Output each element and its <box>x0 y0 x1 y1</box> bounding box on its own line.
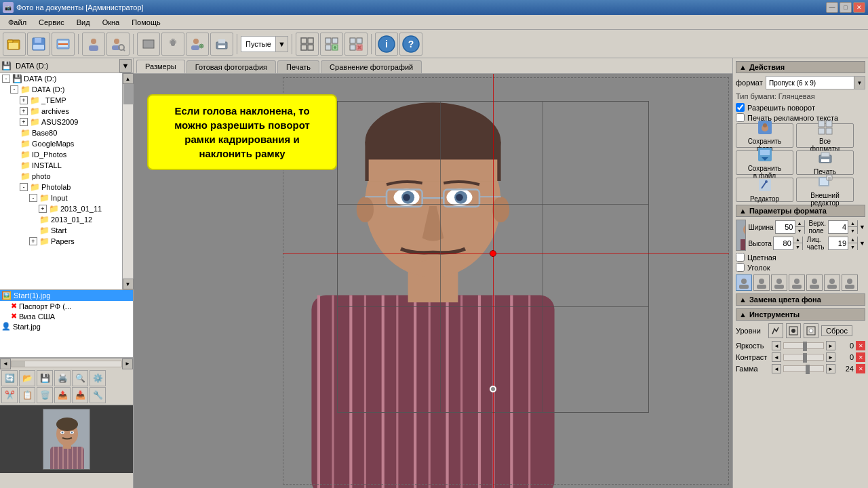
brightness-thumb[interactable] <box>803 342 807 351</box>
tree-item-papers[interactable]: + 📁 Papers <box>0 236 122 247</box>
ft-btn-refresh[interactable]: 🔄 <box>1 370 18 386</box>
face-spin-down[interactable]: ▼ <box>848 243 857 250</box>
toolbar-btn-settings[interactable] <box>161 33 184 56</box>
file-item-visa[interactable]: ✖ Виза США <box>0 311 133 321</box>
print-adtext-checkbox[interactable] <box>736 113 745 122</box>
ft-btn-download[interactable]: 📥 <box>72 387 88 403</box>
tree-vscrollbar[interactable]: ▲ ▼ <box>122 73 133 289</box>
corner-style-1[interactable] <box>736 274 752 291</box>
corner-style-5[interactable] <box>806 274 823 291</box>
tree-scroll-thumb[interactable] <box>123 84 133 104</box>
tree-item-idphotos[interactable]: 📁 ID_Photos <box>0 149 122 160</box>
tree-item-photo[interactable]: 📁 photo <box>0 171 122 182</box>
levels-select-tool[interactable] <box>768 323 783 338</box>
toolbar-btn-info[interactable]: i <box>375 33 398 56</box>
save-photo-btn[interactable]: Сохранитьфото <box>736 123 793 148</box>
brightness-reset[interactable]: ✕ <box>856 341 865 350</box>
tree-item-start[interactable]: 📁 Start <box>0 225 122 236</box>
toolbar-btn-user-settings[interactable] <box>186 33 209 56</box>
toolbar-btn-open[interactable] <box>3 33 26 56</box>
toolbar-btn-print-queue[interactable] <box>210 33 233 56</box>
toolbar-btn-search-person[interactable] <box>106 33 130 56</box>
hscroll-left[interactable]: ◄ <box>0 359 11 369</box>
editor-btn[interactable]: Редактор <box>736 178 793 202</box>
gamma-inc[interactable]: ► <box>826 364 835 373</box>
file-item-start[interactable]: 👤 Start.jpg <box>0 321 133 331</box>
colored-checkbox[interactable] <box>736 253 745 262</box>
gamma-thumb[interactable] <box>806 365 810 374</box>
levels-white-point[interactable] <box>804 323 818 338</box>
tree-item-2013-12[interactable]: 📁 2013_01_12 <box>0 214 122 225</box>
face-spin-up[interactable]: ▲ <box>848 237 857 243</box>
menu-file[interactable]: Файл <box>3 17 32 28</box>
gamma-track[interactable] <box>783 365 824 372</box>
ft-btn-print[interactable]: 🖨️ <box>54 370 71 386</box>
ft-btn-cut[interactable]: ✂️ <box>1 387 18 403</box>
contrast-dec[interactable]: ◄ <box>772 352 781 362</box>
format-dropdown-arrow[interactable]: ▼ <box>854 77 865 89</box>
tree-toggle-papers[interactable]: + <box>29 237 37 245</box>
corner-style-3[interactable] <box>771 274 787 291</box>
top-field-spin-up[interactable]: ▲ <box>848 220 857 227</box>
tree-toggle-root[interactable]: - <box>2 75 10 83</box>
tree-item-2013-11[interactable]: + 📁 2013_01_11 <box>0 203 122 214</box>
tab-print[interactable]: Печать <box>277 60 319 73</box>
tree-scroll-down[interactable]: ▼ <box>123 279 134 289</box>
save-to-file-btn[interactable]: Сохранитьв файл <box>736 150 793 175</box>
format-dropdown[interactable]: Пропуск (6 x 9) ▼ <box>766 76 865 89</box>
corner-checkbox[interactable] <box>736 263 745 272</box>
height-spin-down[interactable]: ▼ <box>793 243 802 250</box>
toolbar-btn-delete-photo[interactable] <box>344 33 368 56</box>
gamma-dec[interactable]: ◄ <box>772 364 781 373</box>
reset-button[interactable]: Сброс <box>821 325 852 336</box>
top-field-spin-down[interactable]: ▼ <box>848 227 857 234</box>
maximize-button[interactable]: □ <box>840 2 852 13</box>
actions-section-header[interactable]: ▲ Действия <box>736 61 865 73</box>
corner-style-6[interactable] <box>824 274 840 291</box>
levels-black-point[interactable] <box>786 323 801 338</box>
width-spin-up[interactable]: ▲ <box>795 220 804 227</box>
drive-selector[interactable]: 💾 DATA (D:) ▼ <box>0 58 133 73</box>
crosshair-center[interactable] <box>490 250 496 257</box>
menu-view[interactable]: Вид <box>71 17 96 28</box>
format-params-header[interactable]: ▲ Параметры формата <box>736 205 865 217</box>
external-editor-btn[interactable]: Внешнийредактор <box>796 178 854 202</box>
hscroll-right[interactable]: ► <box>122 359 133 369</box>
toolbar-btn-rect[interactable] <box>137 33 160 56</box>
tree-item-asus[interactable]: + 📁 ASUS2009 <box>0 117 122 127</box>
corner-style-7[interactable] <box>842 274 858 291</box>
toolbar-btn-help[interactable]: ? <box>399 33 422 56</box>
tree-item-archives[interactable]: + 📁 archives <box>0 106 122 117</box>
ft-btn-folder[interactable]: 📂 <box>19 370 35 386</box>
tree-toggle-data[interactable]: - <box>10 85 18 94</box>
tab-sizes[interactable]: Размеры <box>136 60 185 73</box>
contrast-thumb[interactable] <box>803 353 807 363</box>
toolbar-btn-add-photo[interactable] <box>320 33 343 56</box>
tree-toggle-input[interactable]: - <box>29 194 37 202</box>
ft-btn-delete[interactable]: 🗑️ <box>37 387 53 403</box>
print-btn[interactable]: Печать <box>796 150 854 175</box>
contrast-reset[interactable]: ✕ <box>856 352 865 362</box>
hscroll-track[interactable] <box>11 361 122 367</box>
ft-btn-save[interactable]: 💾 <box>37 370 53 386</box>
tab-compare[interactable]: Сравнение фотографий <box>321 60 422 73</box>
tree-scroll-up[interactable]: ▲ <box>123 73 134 84</box>
toolbar-btn-person[interactable] <box>82 33 105 56</box>
tree-item-temp[interactable]: + 📁 _TEMP <box>0 95 122 106</box>
ft-btn-settings[interactable]: ⚙️ <box>90 370 106 386</box>
contrast-inc[interactable]: ► <box>826 352 835 362</box>
tree-item-photolab[interactable]: - 📁 Photolab <box>0 182 122 192</box>
menu-windows[interactable]: Окна <box>97 17 125 28</box>
file-item-start1[interactable]: 🖼️ Start(1).jpg <box>0 290 133 301</box>
toolbar-btn-scan[interactable] <box>52 33 75 56</box>
ft-btn-upload[interactable]: 📤 <box>54 387 71 403</box>
preset-dropdown[interactable]: Пустые ▼ <box>241 36 288 52</box>
tree-toggle-temp[interactable]: + <box>20 96 28 104</box>
tree-item-install[interactable]: 📁 INSTALL <box>0 160 122 171</box>
corner-style-4[interactable] <box>789 274 805 291</box>
width-spin-down[interactable]: ▼ <box>795 227 804 234</box>
contrast-track[interactable] <box>783 354 824 361</box>
menu-help[interactable]: Помощь <box>126 17 166 28</box>
tree-item-data[interactable]: - 📁 DATA (D:) <box>0 84 122 95</box>
tree-toggle-photolab[interactable]: - <box>20 183 28 191</box>
